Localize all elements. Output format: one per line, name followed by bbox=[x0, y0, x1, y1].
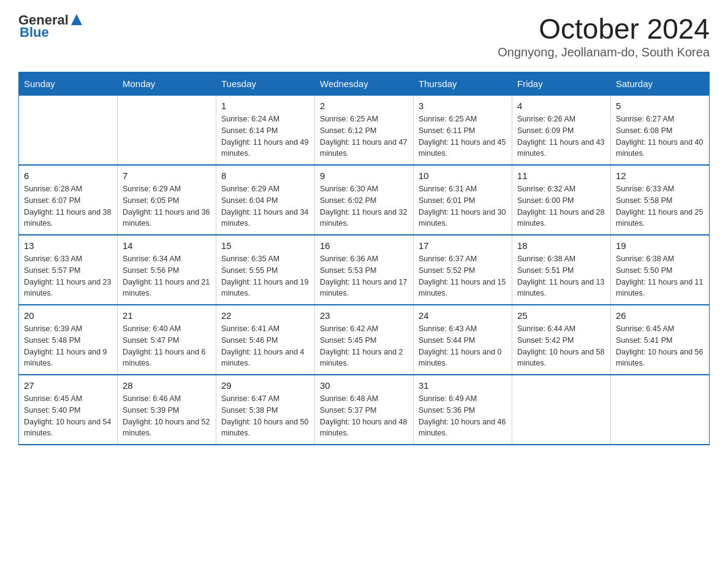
calendar-header-row: SundayMondayTuesdayWednesdayThursdayFrid… bbox=[19, 72, 710, 96]
day-sun-info: Sunrise: 6:33 AMSunset: 5:58 PMDaylight:… bbox=[616, 183, 704, 229]
calendar-cell: 27Sunrise: 6:45 AMSunset: 5:40 PMDayligh… bbox=[19, 375, 118, 445]
day-sun-info: Sunrise: 6:29 AMSunset: 6:05 PMDaylight:… bbox=[123, 183, 211, 229]
day-number: 3 bbox=[419, 101, 507, 111]
day-sun-info: Sunrise: 6:45 AMSunset: 5:41 PMDaylight:… bbox=[616, 323, 704, 369]
calendar-cell: 24Sunrise: 6:43 AMSunset: 5:44 PMDayligh… bbox=[414, 305, 512, 375]
calendar-cell: 5Sunrise: 6:27 AMSunset: 6:08 PMDaylight… bbox=[611, 96, 710, 166]
day-number: 6 bbox=[24, 170, 112, 181]
day-number: 29 bbox=[221, 380, 309, 391]
day-number: 8 bbox=[221, 170, 309, 181]
day-number: 18 bbox=[517, 240, 605, 251]
day-sun-info: Sunrise: 6:31 AMSunset: 6:01 PMDaylight:… bbox=[419, 183, 507, 229]
day-number: 26 bbox=[616, 310, 704, 321]
calendar-week-row: 6Sunrise: 6:28 AMSunset: 6:07 PMDaylight… bbox=[19, 165, 710, 235]
day-sun-info: Sunrise: 6:38 AMSunset: 5:50 PMDaylight:… bbox=[616, 253, 704, 299]
day-sun-info: Sunrise: 6:25 AMSunset: 6:11 PMDaylight:… bbox=[419, 113, 507, 159]
day-sun-info: Sunrise: 6:41 AMSunset: 5:46 PMDaylight:… bbox=[221, 323, 309, 369]
calendar-cell: 16Sunrise: 6:36 AMSunset: 5:53 PMDayligh… bbox=[315, 235, 414, 305]
day-sun-info: Sunrise: 6:39 AMSunset: 5:48 PMDaylight:… bbox=[24, 323, 112, 369]
calendar-cell: 8Sunrise: 6:29 AMSunset: 6:04 PMDaylight… bbox=[216, 165, 315, 235]
day-number: 21 bbox=[123, 310, 211, 321]
page-header: General Blue October 2024 Ongnyong, Jeol… bbox=[18, 12, 710, 59]
day-number: 24 bbox=[419, 310, 507, 321]
day-sun-info: Sunrise: 6:33 AMSunset: 5:57 PMDaylight:… bbox=[24, 253, 112, 299]
column-header-sunday: Sunday bbox=[19, 72, 118, 96]
day-number: 27 bbox=[24, 380, 112, 391]
title-area: October 2024 Ongnyong, Jeollanam-do, Sou… bbox=[498, 12, 710, 59]
day-number: 2 bbox=[320, 101, 408, 111]
day-sun-info: Sunrise: 6:28 AMSunset: 6:07 PMDaylight:… bbox=[24, 183, 112, 229]
calendar-cell: 30Sunrise: 6:48 AMSunset: 5:37 PMDayligh… bbox=[315, 375, 414, 445]
day-sun-info: Sunrise: 6:44 AMSunset: 5:42 PMDaylight:… bbox=[517, 323, 605, 369]
calendar-cell: 17Sunrise: 6:37 AMSunset: 5:52 PMDayligh… bbox=[414, 235, 512, 305]
calendar-cell: 13Sunrise: 6:33 AMSunset: 5:57 PMDayligh… bbox=[19, 235, 118, 305]
day-sun-info: Sunrise: 6:37 AMSunset: 5:52 PMDaylight:… bbox=[419, 253, 507, 299]
day-sun-info: Sunrise: 6:24 AMSunset: 6:14 PMDaylight:… bbox=[221, 113, 309, 159]
calendar-cell bbox=[19, 96, 118, 166]
calendar-cell: 2Sunrise: 6:25 AMSunset: 6:12 PMDaylight… bbox=[315, 96, 414, 166]
column-header-wednesday: Wednesday bbox=[315, 72, 414, 96]
calendar-cell: 22Sunrise: 6:41 AMSunset: 5:46 PMDayligh… bbox=[216, 305, 315, 375]
day-sun-info: Sunrise: 6:35 AMSunset: 5:55 PMDaylight:… bbox=[221, 253, 309, 299]
day-number: 5 bbox=[616, 101, 704, 111]
day-number: 23 bbox=[320, 310, 408, 321]
calendar-cell: 20Sunrise: 6:39 AMSunset: 5:48 PMDayligh… bbox=[19, 305, 118, 375]
day-sun-info: Sunrise: 6:49 AMSunset: 5:36 PMDaylight:… bbox=[419, 393, 507, 439]
logo: General Blue bbox=[18, 12, 83, 40]
day-sun-info: Sunrise: 6:29 AMSunset: 6:04 PMDaylight:… bbox=[221, 183, 309, 229]
calendar-cell: 19Sunrise: 6:38 AMSunset: 5:50 PMDayligh… bbox=[611, 235, 710, 305]
column-header-friday: Friday bbox=[512, 72, 611, 96]
day-number: 16 bbox=[320, 240, 408, 251]
day-number: 20 bbox=[24, 310, 112, 321]
day-number: 22 bbox=[221, 310, 309, 321]
month-year-title: October 2024 bbox=[498, 12, 710, 45]
calendar-cell: 6Sunrise: 6:28 AMSunset: 6:07 PMDaylight… bbox=[19, 165, 118, 235]
day-number: 13 bbox=[24, 240, 112, 251]
calendar-cell: 23Sunrise: 6:42 AMSunset: 5:45 PMDayligh… bbox=[315, 305, 414, 375]
calendar-cell: 11Sunrise: 6:32 AMSunset: 6:00 PMDayligh… bbox=[512, 165, 611, 235]
logo-triangle-icon bbox=[70, 13, 83, 26]
calendar-cell: 28Sunrise: 6:46 AMSunset: 5:39 PMDayligh… bbox=[118, 375, 216, 445]
day-number: 14 bbox=[123, 240, 211, 251]
calendar-cell: 3Sunrise: 6:25 AMSunset: 6:11 PMDaylight… bbox=[414, 96, 512, 166]
day-number: 1 bbox=[221, 101, 309, 111]
day-number: 28 bbox=[123, 380, 211, 391]
day-sun-info: Sunrise: 6:43 AMSunset: 5:44 PMDaylight:… bbox=[419, 323, 507, 369]
day-sun-info: Sunrise: 6:30 AMSunset: 6:02 PMDaylight:… bbox=[320, 183, 408, 229]
calendar-week-row: 1Sunrise: 6:24 AMSunset: 6:14 PMDaylight… bbox=[19, 96, 710, 166]
day-sun-info: Sunrise: 6:32 AMSunset: 6:00 PMDaylight:… bbox=[517, 183, 605, 229]
calendar-cell: 29Sunrise: 6:47 AMSunset: 5:38 PMDayligh… bbox=[216, 375, 315, 445]
day-sun-info: Sunrise: 6:38 AMSunset: 5:51 PMDaylight:… bbox=[517, 253, 605, 299]
day-number: 12 bbox=[616, 170, 704, 181]
calendar-week-row: 20Sunrise: 6:39 AMSunset: 5:48 PMDayligh… bbox=[19, 305, 710, 375]
day-sun-info: Sunrise: 6:27 AMSunset: 6:08 PMDaylight:… bbox=[616, 113, 704, 159]
column-header-thursday: Thursday bbox=[414, 72, 512, 96]
day-sun-info: Sunrise: 6:40 AMSunset: 5:47 PMDaylight:… bbox=[123, 323, 211, 369]
day-sun-info: Sunrise: 6:46 AMSunset: 5:39 PMDaylight:… bbox=[123, 393, 211, 439]
calendar-cell: 25Sunrise: 6:44 AMSunset: 5:42 PMDayligh… bbox=[512, 305, 611, 375]
day-number: 11 bbox=[517, 170, 605, 181]
calendar-table: SundayMondayTuesdayWednesdayThursdayFrid… bbox=[18, 72, 710, 445]
day-number: 7 bbox=[123, 170, 211, 181]
calendar-cell bbox=[118, 96, 216, 166]
day-sun-info: Sunrise: 6:45 AMSunset: 5:40 PMDaylight:… bbox=[24, 393, 112, 439]
day-number: 17 bbox=[419, 240, 507, 251]
day-number: 9 bbox=[320, 170, 408, 181]
day-number: 10 bbox=[419, 170, 507, 181]
calendar-cell bbox=[611, 375, 710, 445]
calendar-cell: 10Sunrise: 6:31 AMSunset: 6:01 PMDayligh… bbox=[414, 165, 512, 235]
calendar-cell: 14Sunrise: 6:34 AMSunset: 5:56 PMDayligh… bbox=[118, 235, 216, 305]
calendar-cell: 12Sunrise: 6:33 AMSunset: 5:58 PMDayligh… bbox=[611, 165, 710, 235]
calendar-cell: 21Sunrise: 6:40 AMSunset: 5:47 PMDayligh… bbox=[118, 305, 216, 375]
day-number: 4 bbox=[517, 101, 605, 111]
calendar-cell: 4Sunrise: 6:26 AMSunset: 6:09 PMDaylight… bbox=[512, 96, 611, 166]
calendar-cell: 18Sunrise: 6:38 AMSunset: 5:51 PMDayligh… bbox=[512, 235, 611, 305]
calendar-week-row: 13Sunrise: 6:33 AMSunset: 5:57 PMDayligh… bbox=[19, 235, 710, 305]
day-number: 25 bbox=[517, 310, 605, 321]
calendar-week-row: 27Sunrise: 6:45 AMSunset: 5:40 PMDayligh… bbox=[19, 375, 710, 445]
logo-blue: Blue bbox=[20, 25, 49, 40]
day-sun-info: Sunrise: 6:47 AMSunset: 5:38 PMDaylight:… bbox=[221, 393, 309, 439]
column-header-saturday: Saturday bbox=[611, 72, 710, 96]
day-sun-info: Sunrise: 6:25 AMSunset: 6:12 PMDaylight:… bbox=[320, 113, 408, 159]
day-number: 31 bbox=[419, 380, 507, 391]
